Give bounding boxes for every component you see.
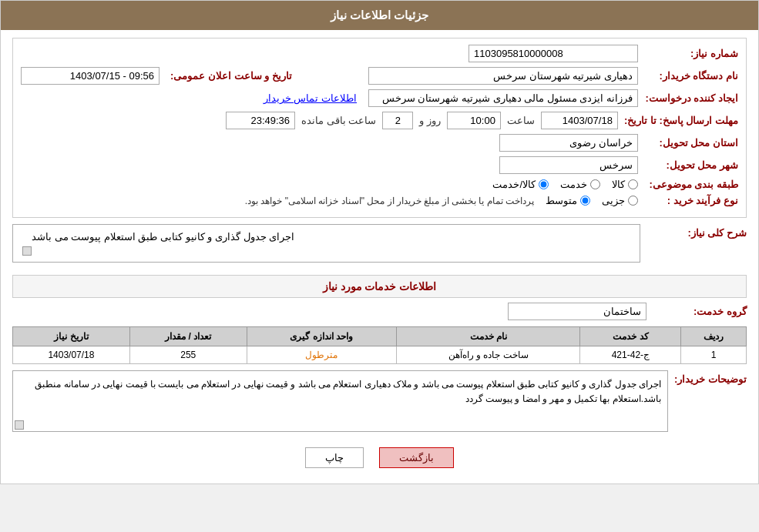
need-number-label: شماره نیاز: — [638, 48, 738, 59]
response-time-label: ساعت — [501, 115, 541, 126]
col-header-need-date: تاریخ نیاز — [13, 327, 130, 346]
category-option-khadamat[interactable]: خدمت — [560, 179, 600, 190]
delivery-city-label: شهر محل تحویل: — [638, 159, 738, 171]
remaining-days-label: روز و — [413, 115, 447, 126]
delivery-province-value: خراسان رضوی — [499, 134, 638, 152]
cell-row-num: 1 — [681, 346, 747, 364]
col-header-service-name: نام خدمت — [397, 327, 580, 346]
resize-handle[interactable] — [22, 246, 32, 256]
response-date-value: 1403/07/18 — [541, 112, 618, 129]
buyer-notes-label: توضیحات خریدار: — [674, 370, 747, 432]
cell-need-date: 1403/07/18 — [13, 346, 130, 364]
purchase-type-note: پرداخت تمام یا بخشی از مبلغ خریدار از مح… — [245, 196, 534, 206]
response-time-value: 10:00 — [447, 112, 501, 129]
remaining-time-label: ساعت باقی مانده — [295, 115, 382, 126]
service-group-value: ساختمان — [508, 303, 646, 320]
general-desc-label: شرح کلی نیاز: — [646, 224, 747, 239]
cell-service-name: ساخت جاده و راه‌آهن — [397, 346, 580, 364]
col-header-unit: واحد اندازه گیری — [247, 327, 396, 346]
delivery-province-label: استان محل تحویل: — [638, 137, 738, 149]
announce-datetime-value: 1403/07/15 - 09:56 — [21, 67, 160, 85]
announce-datetime-label: تاریخ و ساعت اعلان عمومی: — [164, 70, 292, 82]
service-table-section: ردیف کد خدمت نام خدمت واحد اندازه گیری ت… — [12, 326, 747, 364]
page-title: جزئیات اطلاعات نیاز — [331, 8, 428, 22]
general-desc-value: اجرای جدول گذاری و کانیو کتابی طبق استعل… — [32, 231, 294, 243]
cell-unit: مترطول — [247, 346, 396, 364]
buyer-notes-value: اجرای جدول گذاری و کانیو کتابی طبق استعل… — [35, 379, 661, 404]
category-radio-group: کالا خدمت کالا/خدمت — [492, 179, 638, 190]
buyer-notes-box: اجرای جدول گذاری و کانیو کتابی طبق استعل… — [12, 370, 668, 432]
buyer-notes-resize-handle[interactable] — [15, 420, 24, 430]
purchase-type-jozi[interactable]: جزیی — [602, 195, 638, 206]
remaining-days-value: 2 — [382, 112, 413, 129]
service-section-title: اطلاعات خدمات مورد نیاز — [12, 275, 747, 298]
print-button[interactable]: چاپ — [305, 447, 364, 468]
buyer-org-value: دهیاری شیرتیه شهرستان سرخس — [368, 67, 638, 85]
buyer-org-label: نام دستگاه خریدار: — [638, 70, 738, 82]
col-header-quantity: تعداد / مقدار — [129, 327, 247, 346]
general-desc-box: اجرای جدول گذاری و کانیو کتابی طبق استعل… — [12, 224, 640, 263]
contact-info-link[interactable]: اطلاعات تماس خریدار — [264, 92, 357, 104]
col-header-row-num: ردیف — [681, 327, 747, 346]
category-option-kala[interactable]: کالا — [612, 179, 638, 190]
purchase-type-label: نوع فرآیند خرید : — [638, 195, 738, 206]
need-number-value: 1103095810000008 — [468, 45, 638, 62]
back-button[interactable]: بازگشت — [379, 447, 454, 468]
page-header: جزئیات اطلاعات نیاز — [1, 1, 758, 30]
category-label: طبقه بندی موضوعی: — [638, 179, 738, 190]
cell-quantity: 255 — [129, 346, 247, 364]
requester-label: ایجاد کننده درخواست: — [638, 92, 738, 104]
purchase-type-radio-group: جزیی متوسط — [546, 195, 638, 206]
remaining-time-value: 23:49:36 — [226, 112, 295, 129]
delivery-city-value: سرخس — [499, 156, 638, 174]
service-group-label: گروه خدمت: — [646, 306, 747, 317]
requester-value: فرزانه ایزدی مسئول مالی دهیاری شیرتیه شه… — [368, 89, 638, 107]
bottom-buttons: بازگشت چاپ — [12, 438, 747, 476]
category-option-kala-khadamat[interactable]: کالا/خدمت — [492, 179, 549, 190]
response-date-label: مهلت ارسال پاسخ: تا تاریخ: — [618, 115, 738, 126]
buyer-notes-section: توضیحات خریدار: اجرای جدول گذاری و کانیو… — [12, 370, 747, 432]
cell-service-code: ج-42-421 — [580, 346, 681, 364]
col-header-service-code: کد خدمت — [580, 327, 681, 346]
service-table: ردیف کد خدمت نام خدمت واحد اندازه گیری ت… — [12, 326, 747, 364]
purchase-type-motavasset[interactable]: متوسط — [546, 195, 590, 206]
table-row: 1 ج-42-421 ساخت جاده و راه‌آهن مترطول 25… — [13, 346, 747, 364]
